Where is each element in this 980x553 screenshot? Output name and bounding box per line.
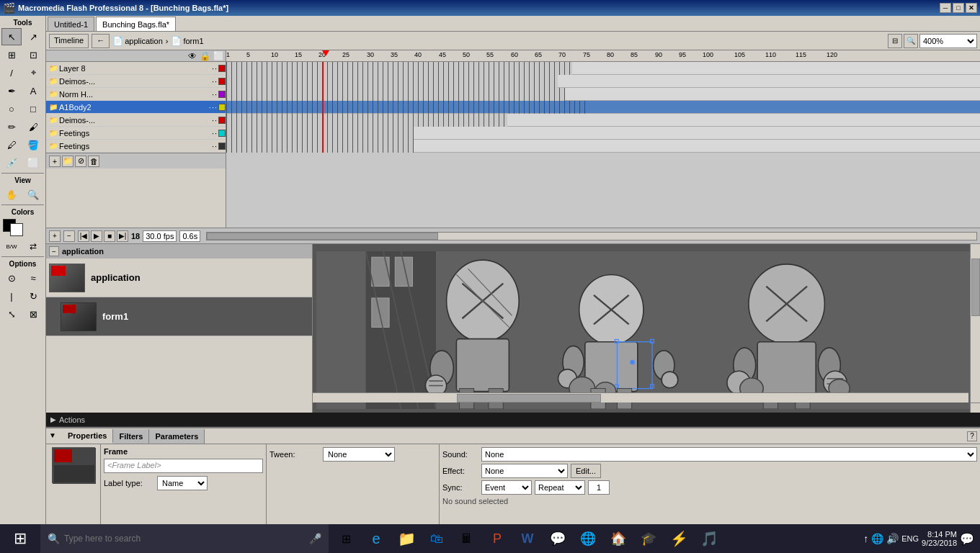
tab-filters[interactable]: Filters [113,429,149,444]
hand-tool[interactable]: ✋ [1,186,22,203]
layer-row-a1body2[interactable]: 📁 A1Body2 ··· [46,101,226,114]
scale-btn[interactable]: ⤡ [1,305,22,323]
timeline-frames[interactable]: 1 5 10 15 20 25 30 35 40 45 50 55 [226,50,980,228]
tray-icon1[interactable]: ↑ [863,533,868,544]
notification-icon[interactable]: 💬 [960,532,974,546]
ink-bottle-tool[interactable]: 🖊 [1,136,22,153]
timeline-scrollbar-thumb[interactable] [207,233,437,240]
maximize-button[interactable]: □ [953,3,964,13]
pencil-tool[interactable]: ✏ [1,118,22,135]
edit-button[interactable]: Edit... [571,464,601,478]
rotate-btn[interactable]: ↻ [23,287,43,305]
search-input[interactable] [64,534,305,544]
oval-tool[interactable]: ○ [1,100,22,117]
breadcrumb-application[interactable]: 📄 application [112,36,163,46]
eyedropper-tool[interactable]: 💉 [1,154,22,171]
canvas-hscrollbar[interactable] [313,392,968,403]
canvas-vscrollbar-thumb[interactable] [971,258,980,316]
actions-label[interactable]: Actions [59,415,85,424]
lock-icon[interactable]: 🔒 [200,51,210,61]
canvas-hscrollbar-thumb[interactable] [457,394,601,403]
calculator-icon[interactable]: 🖩 [453,524,481,553]
zoom-tool[interactable]: 🔍 [23,186,43,203]
powerpoint-icon[interactable]: P [483,524,512,553]
layer-row-normh[interactable]: 📁 Norm H... ·· [46,88,226,101]
straighten-btn[interactable]: | [1,287,22,305]
smooth-btn[interactable]: ≈ [23,269,43,287]
form1-scene-item[interactable]: form1 [46,297,312,336]
frame-row-normh[interactable] [226,88,980,101]
canvas-vscrollbar[interactable] [970,244,980,403]
black-white-btn[interactable]: B/W [1,238,22,255]
frame-row-deimos1[interactable] [226,75,980,88]
misc-icon1[interactable]: 🏠 [604,524,633,553]
eye-icon[interactable]: 👁 [188,51,197,61]
close-button[interactable]: ✕ [966,3,977,13]
tab-untitled[interactable]: Untitled-1 [48,17,94,31]
frame-row-feetings1[interactable] [226,127,980,140]
text-tool[interactable]: A [23,82,43,99]
remove-keyframe-btn[interactable]: − [63,230,75,242]
repeat-value-input[interactable] [588,480,610,495]
fill-transform-tool[interactable]: ⊡ [23,46,43,63]
explorer-icon[interactable]: 📁 [392,524,421,553]
collapse-application-btn[interactable]: − [49,246,59,256]
taskbar-clock[interactable]: 8:14 PM 9/23/2018 [922,530,957,547]
snap-to-objects-btn[interactable]: ⊙ [1,269,22,287]
tray-sound-icon[interactable]: 🔊 [886,533,899,544]
add-layer-btn[interactable]: + [49,156,61,167]
sync-select[interactable]: Event Start Stop Stream [481,480,532,495]
flash-icon[interactable]: ⚡ [664,524,693,553]
swap-colors-btn[interactable]: ⇄ [23,238,43,255]
play-btn[interactable]: ▶ [91,230,102,242]
start-button[interactable]: ⊞ [0,524,40,553]
tray-network-icon[interactable]: 🌐 [871,533,883,544]
frame-row-feetings2[interactable] [226,140,980,153]
grid-icon[interactable]: ⬜ [213,51,224,61]
envelope-btn[interactable]: ⊠ [23,305,43,323]
store-icon[interactable]: 🛍 [422,524,451,553]
stop-btn[interactable]: ■ [104,230,115,242]
label-type-select[interactable]: Name Comment Anchor [157,476,208,490]
frame-row-layer8[interactable] [226,62,980,75]
chrome-icon[interactable]: 🌐 [574,524,602,553]
free-transform-tool[interactable]: ⊞ [1,46,22,63]
application-scene-item[interactable]: application [46,258,312,297]
add-keyframe-btn[interactable]: + [49,230,61,242]
layer-row-feetings1[interactable]: 📁 Feetings ·· [46,127,226,140]
tab-properties[interactable]: Properties [62,429,113,444]
repeat-select[interactable]: Repeat Loop [535,480,585,495]
lasso-tool[interactable]: ⌖ [23,64,43,81]
zoom-out-icon[interactable]: ⊟ [888,34,902,48]
pen-tool[interactable]: ✒ [1,82,22,99]
lang-indicator[interactable]: ENG [901,534,919,543]
steam-icon[interactable]: 💬 [543,524,572,553]
eraser-tool[interactable]: ⬜ [23,154,43,171]
paint-bucket-tool[interactable]: 🪣 [23,136,43,153]
minimize-button[interactable]: ─ [940,3,951,13]
add-motion-guide-btn[interactable]: ⊘ [75,156,86,167]
frame-row-a1body2[interactable] [226,101,980,114]
tab-parameters[interactable]: Parameters [149,429,205,444]
timeline-scrollbar[interactable] [206,232,977,240]
tween-select[interactable]: None Motion Shape [323,447,395,462]
fill-color-swatch[interactable] [10,223,23,236]
sound-select[interactable]: None [481,447,977,462]
zoom-in-icon[interactable]: 🔍 [904,34,918,48]
edge-icon[interactable]: e [362,524,391,553]
zoom-select[interactable]: 400% 300% 200% 100% 50% [919,34,977,48]
timeline-label-btn[interactable]: Timeline [49,34,89,48]
tab-bunching[interactable]: Bunching Bags.fla* [96,17,176,31]
rectangle-tool[interactable]: □ [23,100,43,117]
misc-icon2[interactable]: 🎓 [634,524,663,553]
frame-label-box[interactable]: <Frame Label> [104,459,263,473]
mic-icon[interactable]: 🎤 [309,533,321,544]
effect-select[interactable]: None [481,464,568,478]
timeline-back-btn[interactable]: ← [92,34,110,48]
properties-collapse-btn[interactable]: ▼ [49,431,59,441]
delete-layer-btn[interactable]: 🗑 [88,156,99,167]
frame-row-deimos2[interactable] [226,114,980,127]
breadcrumb-form1[interactable]: 📄 form1 [171,36,203,46]
arrow-tool[interactable]: ↖ [1,28,22,45]
layer-row-feetings2[interactable]: 📁 Feetings ·· [46,140,226,153]
